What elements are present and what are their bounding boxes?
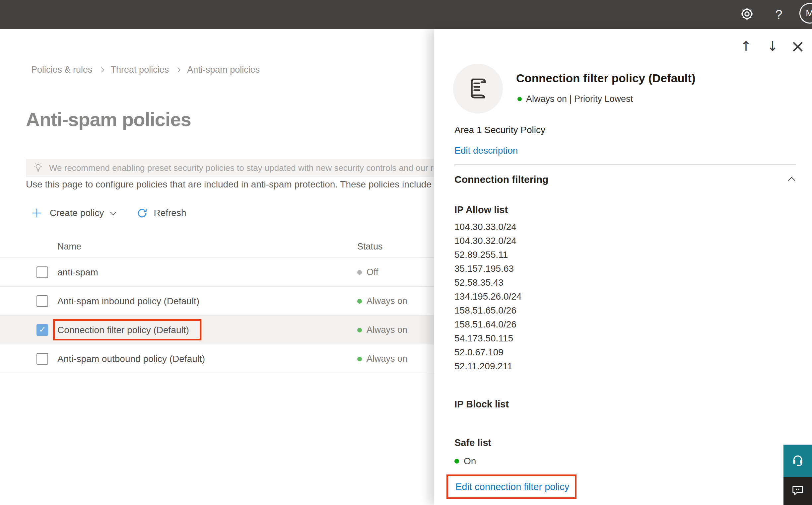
- policy-name[interactable]: Connection filter policy (Default): [57, 316, 189, 344]
- breadcrumb-threat-policies[interactable]: Threat policies: [111, 65, 169, 75]
- settings-button[interactable]: [738, 5, 756, 25]
- page-description: Use this page to configure policies that…: [26, 179, 434, 190]
- chevron-right-icon: [176, 67, 181, 72]
- recommendation-banner: We recommend enabling preset security po…: [26, 159, 434, 177]
- status-dot: [357, 270, 362, 275]
- ip-address: 158.51.64.0/26: [454, 318, 522, 331]
- edit-connection-filter-policy-link[interactable]: Edit connection filter policy: [455, 481, 569, 492]
- row-checkbox[interactable]: [36, 353, 48, 365]
- main-content: Policies & rules Threat policies Anti-sp…: [0, 29, 434, 505]
- table-header: Name Status: [0, 235, 434, 258]
- flyout-status-text: Always on | Priority Lowest: [526, 94, 633, 104]
- status-dot: [357, 328, 362, 332]
- status-dot: [357, 357, 362, 361]
- arrow-down-icon: ↓: [767, 38, 778, 54]
- policy-table: anti-spam Off Anti-spam inbound policy (…: [0, 258, 434, 373]
- help-button[interactable]: ?: [770, 5, 788, 25]
- policy-description: Area 1 Security Policy: [454, 125, 545, 135]
- create-policy-label: Create policy: [50, 208, 104, 218]
- ip-address: 35.157.195.63: [454, 262, 522, 276]
- policy-name[interactable]: Anti-spam inbound policy (Default): [57, 287, 199, 316]
- breadcrumb: Policies & rules Threat policies Anti-sp…: [31, 63, 260, 76]
- safe-list-status: On: [454, 455, 476, 467]
- table-row[interactable]: anti-spam Off: [0, 258, 434, 287]
- section-title: Connection filtering: [454, 174, 548, 185]
- status-label: Off: [367, 267, 379, 278]
- chevron-up-icon: [788, 177, 795, 184]
- create-policy-button[interactable]: Create policy: [30, 207, 116, 219]
- status-cell: Off: [357, 258, 379, 287]
- avatar-initial: M: [806, 8, 812, 19]
- status-dot: [454, 459, 459, 464]
- ip-address: 52.11.209.211: [454, 359, 522, 373]
- ip-address: 52.89.255.11: [454, 248, 522, 262]
- column-header-name[interactable]: Name: [57, 235, 81, 258]
- question-mark-icon: ?: [775, 8, 782, 22]
- row-checkbox[interactable]: [36, 267, 48, 278]
- close-icon: ×: [790, 36, 805, 56]
- policy-name[interactable]: Anti-spam outbound policy (Default): [57, 344, 205, 373]
- ip-address: 158.51.65.0/26: [454, 304, 522, 318]
- status-cell: Always on: [357, 287, 407, 316]
- refresh-button[interactable]: Refresh: [136, 207, 186, 219]
- close-flyout-button[interactable]: ×: [788, 36, 807, 56]
- breadcrumb-anti-spam-policies[interactable]: Anti-spam policies: [187, 65, 260, 75]
- next-item-button[interactable]: ↓: [763, 36, 782, 56]
- policy-scroll-icon: [464, 74, 491, 103]
- annotation-box: Edit connection filter policy: [446, 475, 577, 499]
- ip-allow-list-heading: IP Allow list: [454, 204, 508, 215]
- breadcrumb-policies-rules[interactable]: Policies & rules: [31, 65, 92, 75]
- headset-icon: [790, 453, 805, 469]
- ip-address: 104.30.32.0/24: [454, 234, 522, 248]
- account-avatar[interactable]: M: [799, 3, 812, 24]
- policy-name[interactable]: anti-spam: [57, 258, 98, 287]
- flyout-status: Always on | Priority Lowest: [518, 93, 633, 105]
- ip-address: 52.58.35.43: [454, 276, 522, 290]
- safe-list-status-text: On: [464, 456, 476, 467]
- table-row[interactable]: Anti-spam inbound policy (Default) Alway…: [0, 287, 434, 316]
- column-header-status[interactable]: Status: [357, 235, 383, 258]
- page-title: Anti-spam policies: [26, 108, 191, 130]
- safe-list-heading: Safe list: [454, 437, 491, 448]
- policy-details-flyout: ↑ ↓ × Connection filter policy (Default)…: [434, 29, 812, 505]
- flyout-title: Connection filter policy (Default): [516, 72, 695, 85]
- ip-address: 54.173.50.115: [454, 331, 522, 345]
- support-button[interactable]: [784, 445, 812, 477]
- gear-icon: [739, 6, 755, 23]
- connection-filtering-section-header[interactable]: Connection filtering: [454, 174, 796, 188]
- banner-text: We recommend enabling preset security po…: [49, 163, 434, 173]
- table-row[interactable]: Connection filter policy (Default) Alway…: [0, 316, 434, 344]
- chat-bubble-icon: [791, 483, 805, 499]
- divider: [454, 165, 796, 165]
- previous-item-button[interactable]: ↑: [736, 36, 756, 56]
- status-dot: [518, 97, 522, 101]
- plus-icon: [30, 207, 43, 219]
- policy-icon-circle: [453, 64, 503, 114]
- refresh-icon: [136, 207, 148, 219]
- chevron-down-icon: [111, 209, 117, 215]
- ip-address: 134.195.26.0/24: [454, 290, 522, 304]
- topbar: ? M: [0, 0, 812, 29]
- status-label: Always on: [367, 325, 407, 335]
- row-checkbox[interactable]: [36, 324, 48, 336]
- status-cell: Always on: [357, 316, 407, 344]
- refresh-label: Refresh: [154, 208, 186, 218]
- ip-block-list-heading: IP Block list: [454, 399, 509, 410]
- status-label: Always on: [367, 354, 407, 364]
- status-dot: [357, 299, 362, 304]
- edit-description-link[interactable]: Edit description: [454, 145, 518, 156]
- table-row[interactable]: Anti-spam outbound policy (Default) Alwa…: [0, 344, 434, 373]
- status-label: Always on: [367, 296, 407, 306]
- lightbulb-icon: [32, 162, 44, 174]
- ip-allow-list: 104.30.33.0/24 104.30.32.0/24 52.89.255.…: [454, 220, 522, 373]
- arrow-up-icon: ↑: [740, 38, 752, 54]
- row-checkbox[interactable]: [36, 295, 48, 307]
- toolbar: Create policy Refresh: [30, 204, 186, 222]
- feedback-button[interactable]: [784, 477, 812, 505]
- status-cell: Always on: [357, 344, 407, 373]
- chevron-right-icon: [99, 67, 104, 72]
- ip-address: 104.30.33.0/24: [454, 220, 522, 234]
- ip-address: 52.0.67.109: [454, 345, 522, 359]
